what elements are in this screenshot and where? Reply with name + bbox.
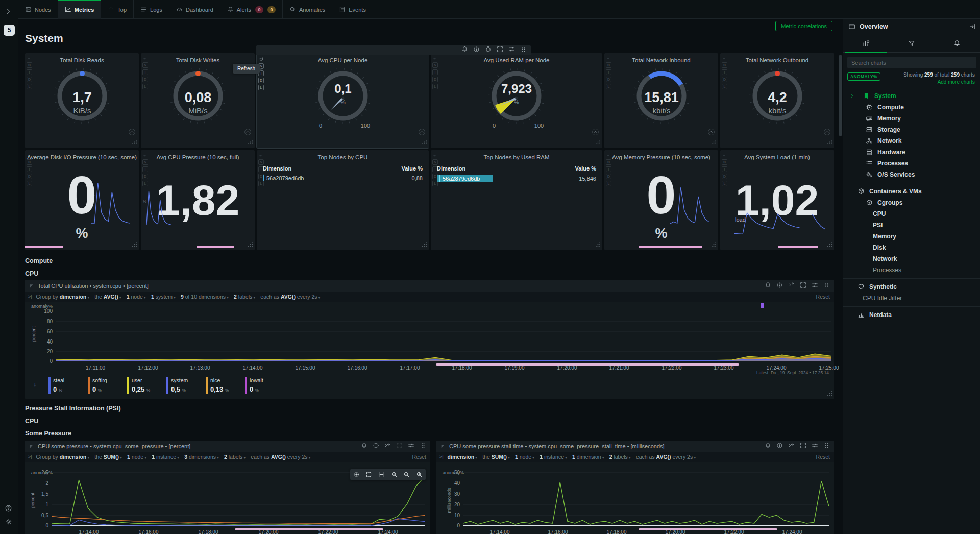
expand-panel-icon[interactable]	[5, 6, 12, 15]
control-1-system[interactable]: 1 system▾	[151, 294, 176, 300]
dimension-cell[interactable]: 56a2879ed6db	[437, 175, 493, 182]
control-dimension-group-by[interactable]: Group by dimension▾	[36, 454, 90, 460]
anomaly-badge[interactable]: ANOMALY%	[847, 72, 880, 81]
control-1-instance[interactable]: 1 instance▾	[540, 454, 567, 460]
legend-item-nice[interactable]: nice 0,13 %	[206, 377, 242, 394]
table-row[interactable]: 56a2879ed6db 15,846	[437, 175, 596, 182]
time-selection-bar[interactable]	[639, 528, 777, 530]
sliders-icon[interactable]	[812, 282, 818, 288]
sidebar-item-memory[interactable]: Memory	[843, 231, 980, 242]
control-dimension-group-by[interactable]: Group by dimension▾	[36, 294, 90, 300]
sort-arrow-icon[interactable]: ↓	[33, 380, 37, 388]
bar-right-icon[interactable]	[969, 23, 976, 30]
resize-handle[interactable]	[422, 138, 427, 147]
sidebar-item-compute[interactable]: Compute	[843, 102, 980, 113]
sidebar-item-synthetic[interactable]: Synthetic	[843, 281, 980, 293]
card-avg-system-load-1-min[interactable]: NIDLAvg System Load (1 min)1,02load	[720, 150, 834, 250]
zoomout-icon[interactable]	[403, 471, 410, 478]
control-9-of-10-dimensions[interactable]: 9 of 10 dimensions▾	[181, 294, 229, 300]
gauge-card-total-network-inbound[interactable]: NIDLTotal Network Inbound15,81kbit/s	[604, 53, 718, 148]
nav-tab-events[interactable]: Events	[332, 0, 373, 19]
control-2-labels[interactable]: 2 labels▾	[224, 454, 246, 460]
add-more-charts-link[interactable]: Add more charts	[938, 79, 975, 85]
zoomreset-icon[interactable]	[416, 471, 423, 478]
time-selection-bar[interactable]	[235, 528, 383, 530]
chart-plot[interactable]	[463, 469, 829, 526]
sliders-icon[interactable]	[812, 442, 818, 449]
legend-item-iowait[interactable]: iowait 0 %	[245, 377, 281, 394]
resize-handle[interactable]	[595, 240, 601, 249]
control-avg-every-2s[interactable]: each as AVG() every 2s▾	[636, 454, 696, 460]
info-icon[interactable]	[776, 282, 783, 288]
sidebar-item-containers-vms[interactable]: Containers & VMs	[843, 186, 980, 197]
control-1-instance[interactable]: 1 instance▾	[152, 454, 179, 460]
space-badge[interactable]: 5	[4, 25, 15, 36]
bell-icon[interactable]	[765, 282, 771, 288]
legend-item-steal[interactable]: steal 0 %	[48, 377, 85, 394]
collapse-controls-icon[interactable]: >|	[28, 454, 32, 459]
card-average-disk-i-o-pressure-10-sec-some[interactable]: NIDLAverage Disk I/O Pressure (10 sec, s…	[25, 150, 139, 250]
reset-button[interactable]: Reset	[816, 294, 830, 300]
resize-handle[interactable]	[132, 138, 137, 147]
control-sum-the[interactable]: the SUM()▾	[94, 454, 122, 460]
control-1-dimension[interactable]: 1 dimension▾	[572, 454, 604, 460]
grid-icon[interactable]	[520, 46, 527, 53]
chevron-right-icon[interactable]	[849, 93, 859, 99]
share-icon[interactable]	[788, 442, 795, 449]
share-icon[interactable]	[788, 282, 795, 288]
hselect-icon[interactable]	[378, 471, 385, 478]
expand-icon[interactable]	[800, 442, 806, 449]
resize-handle[interactable]	[248, 240, 253, 249]
resize-handle[interactable]	[595, 138, 601, 147]
card-avg-cpu-pressure-10-sec-full[interactable]: NIDLAvg CPU Pressure (10 sec, full)1,82%	[141, 150, 255, 250]
scroll-up-icon[interactable]	[592, 129, 599, 135]
resize-handle[interactable]	[132, 240, 137, 249]
sidebar-item-storage[interactable]: Storage	[843, 124, 980, 135]
sidebar-item-system[interactable]: System	[843, 90, 980, 102]
chart-chip-i[interactable]: I	[722, 166, 727, 172]
tab-charts[interactable]	[843, 34, 889, 52]
help-icon[interactable]	[5, 503, 12, 513]
chart-flag-icon[interactable]	[440, 442, 445, 451]
pan-icon[interactable]	[353, 471, 360, 478]
collapse-sidebar-icon[interactable]	[964, 22, 976, 31]
grid-icon[interactable]	[823, 282, 830, 288]
resize-handle[interactable]	[711, 240, 717, 249]
settings-gear-icon[interactable]	[5, 517, 12, 526]
tab-filters[interactable]	[889, 34, 934, 52]
sidebar-item-processes[interactable]: Processes	[843, 264, 980, 276]
scroll-up-icon[interactable]	[244, 129, 251, 135]
legend-item-softirq[interactable]: softirq 0 %	[88, 377, 124, 394]
nav-tab-alerts[interactable]: Alerts00	[220, 0, 283, 19]
sidebar-item-network[interactable]: Network	[843, 253, 980, 264]
gauge-card-avg-cpu-per-node[interactable]: NIDLAvg CPU per Node0,1%0100	[257, 53, 429, 148]
nav-tab-top[interactable]: Top	[101, 0, 134, 19]
sidebar-item-psi[interactable]: PSI	[843, 220, 980, 231]
sidebar-item-memory[interactable]: Memory	[843, 113, 980, 124]
reset-button[interactable]: Reset	[412, 454, 426, 460]
sidebar-item-processes[interactable]: Processes	[843, 158, 980, 169]
grid-icon[interactable]	[420, 442, 426, 449]
card-top-nodes-by-used-ram[interactable]: NIDLTop Nodes by Used RAMDimensionValue …	[431, 150, 602, 250]
info-icon[interactable]	[373, 442, 379, 449]
sidebar-item-disk[interactable]: Disk	[843, 242, 980, 253]
question-icon[interactable]	[5, 504, 12, 512]
gauge-card-total-disk-reads[interactable]: NIDLTotal Disk Reads1,7KiB/s	[25, 53, 139, 148]
nav-tab-nodes[interactable]: Nodes	[18, 0, 58, 19]
chart-flag-icon[interactable]	[29, 442, 34, 451]
control-1-node[interactable]: 1 node▾	[515, 454, 534, 460]
time-selection-bar[interactable]	[436, 363, 739, 366]
share-icon[interactable]	[384, 442, 391, 449]
control-avg-every-2s[interactable]: each as AVG() every 2s▾	[251, 454, 310, 460]
gauge-card-total-network-outbound[interactable]: NIDLTotal Network Outbound4,2kbit/s	[720, 53, 834, 148]
resize-handle[interactable]	[827, 389, 832, 398]
zoomin-icon[interactable]	[391, 471, 398, 478]
nav-tab-dashboard[interactable]: Dashboard	[169, 0, 220, 19]
sidebar-item-network[interactable]: Network	[843, 135, 980, 147]
legend-item-system[interactable]: system 0,5 %	[166, 377, 203, 394]
control-3-dimensions[interactable]: 3 dimensions▾	[184, 454, 219, 460]
expand-icon[interactable]	[800, 282, 806, 288]
nav-tab-metrics[interactable]: Metrics	[58, 0, 102, 19]
sidebar-item-netdata[interactable]: Netdata	[843, 309, 980, 321]
collapse-controls-icon[interactable]: >|	[28, 294, 32, 299]
